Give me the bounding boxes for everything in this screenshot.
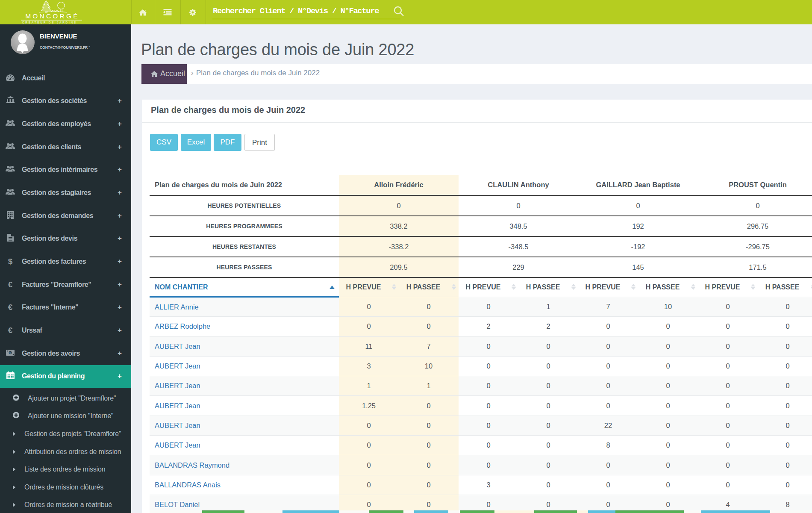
svg-text:0: 0 [9,351,11,354]
svg-text:CRÉATEUR DE JARDINS: CRÉATEUR DE JARDINS [22,21,77,24]
svg-text:MONCORGÉ: MONCORGÉ [25,12,79,20]
